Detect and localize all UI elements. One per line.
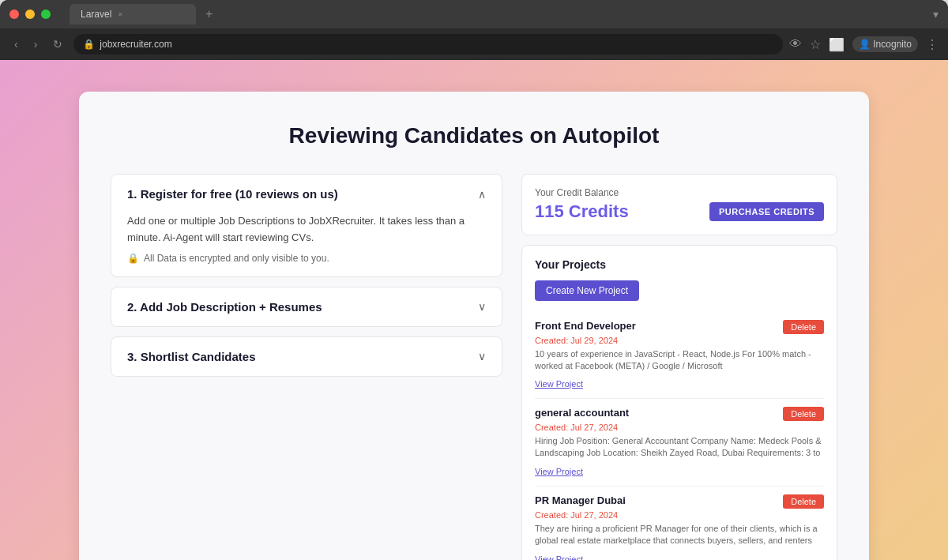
two-column-layout: 1. Register for free (10 reviews on us) … — [111, 174, 837, 560]
delete-project-button-3[interactable]: Delete — [783, 494, 824, 509]
create-project-button[interactable]: Create New Project — [535, 280, 639, 301]
lock-secure-icon: 🔒 — [83, 39, 95, 50]
incognito-label: 👤 Incognito — [852, 36, 918, 52]
project-item-2: general accountant Delete Created: Jul 2… — [535, 399, 824, 487]
delete-project-button-1[interactable]: Delete — [783, 320, 824, 334]
page-title: Reviewing Candidates on Autopilot — [111, 123, 837, 148]
window-collapse-icon[interactable]: ▾ — [933, 8, 939, 21]
accordion-header-1[interactable]: 1. Register for free (10 reviews on us) … — [111, 175, 502, 213]
project-desc-1: 10 years of experience in JavaScript - R… — [535, 348, 824, 373]
chevron-down-icon-2: ∨ — [478, 300, 486, 313]
browser-titlebar: Laravel × + ▾ — [0, 0, 948, 28]
bookmark-icon[interactable]: ☆ — [810, 37, 821, 52]
more-options-icon[interactable]: ⋮ — [926, 37, 939, 52]
close-button[interactable] — [9, 9, 19, 19]
credit-amount: 115 Credits — [535, 201, 629, 222]
reload-button[interactable]: ↻ — [48, 35, 67, 54]
browser-actions: 👁 ☆ ⬜ 👤 Incognito ⋮ — [789, 36, 939, 52]
purchase-credits-button[interactable]: PURCHASE CREDITS — [709, 202, 824, 221]
project-item-header-3: PR Manager Dubai Delete — [535, 494, 824, 509]
accordion-item-3: 3. Shortlist Candidates ∨ — [111, 336, 502, 377]
browser-tab[interactable]: Laravel × — [70, 4, 196, 24]
accordion-body-text-1: Add one or multiple Job Descriptions to … — [127, 213, 486, 246]
project-desc-2: Hiring Job Position: General Accountant … — [535, 435, 824, 460]
project-item-1: Front End Developer Delete Created: Jul … — [535, 312, 824, 399]
lock-info-1: 🔒 All Data is encrypted and only visible… — [127, 253, 486, 264]
accordion-header-2[interactable]: 2. Add Job Description + Resumes ∨ — [111, 288, 502, 326]
project-item-header-2: general accountant Delete — [535, 407, 824, 421]
delete-project-button-2[interactable]: Delete — [783, 407, 824, 421]
project-name-1: Front End Developer — [535, 320, 636, 332]
tab-title: Laravel — [81, 9, 111, 20]
accordion-item-1: 1. Register for free (10 reviews on us) … — [111, 174, 502, 277]
tab-close-icon[interactable]: × — [118, 10, 122, 19]
accordion-title-3: 3. Shortlist Candidates — [127, 350, 256, 363]
chevron-up-icon-1: ∧ — [478, 188, 486, 201]
page-background: Reviewing Candidates on Autopilot 1. Reg… — [0, 60, 948, 560]
view-project-link-1[interactable]: View Project — [535, 379, 583, 389]
browser-window: Laravel × + ▾ ‹ › ↻ 🔒 jobxrecruiter.com … — [0, 0, 948, 560]
new-tab-button[interactable]: + — [205, 7, 213, 21]
view-project-link-2[interactable]: View Project — [535, 467, 583, 476]
back-button[interactable]: ‹ — [9, 35, 23, 54]
right-panel: Your Credit Balance 115 Credits PURCHASE… — [521, 174, 837, 560]
url-text: jobxrecruiter.com — [100, 39, 171, 50]
accordion-section: 1. Register for free (10 reviews on us) … — [111, 174, 502, 386]
project-name-2: general accountant — [535, 407, 629, 419]
minimize-button[interactable] — [25, 9, 35, 19]
project-date-3: Created: Jul 27, 2024 — [535, 510, 824, 520]
eye-slash-icon: 👁 — [789, 37, 802, 51]
accordion-title-2: 2. Add Job Description + Resumes — [127, 300, 322, 314]
accordion-body-1: Add one or multiple Job Descriptions to … — [111, 213, 502, 276]
project-desc-3: They are hiring a proficient PR Manager … — [535, 523, 824, 548]
browser-toolbar: ‹ › ↻ 🔒 jobxrecruiter.com 👁 ☆ ⬜ 👤 Incogn… — [0, 28, 948, 60]
credit-balance-card: Your Credit Balance 115 Credits PURCHASE… — [521, 174, 837, 235]
credit-label: Your Credit Balance — [535, 187, 824, 198]
projects-title: Your Projects — [535, 258, 824, 271]
accordion-item-2: 2. Add Job Description + Resumes ∨ — [111, 287, 502, 327]
accordion-header-3[interactable]: 3. Shortlist Candidates ∨ — [111, 337, 502, 376]
project-date-2: Created: Jul 27, 2024 — [535, 423, 824, 432]
project-item-3: PR Manager Dubai Delete Created: Jul 27,… — [535, 487, 824, 560]
accordion-title-1: 1. Register for free (10 reviews on us) — [127, 187, 338, 201]
credit-row: 115 Credits PURCHASE CREDITS — [535, 201, 824, 222]
project-item-header-1: Front End Developer Delete — [535, 320, 824, 334]
page-container: Reviewing Candidates on Autopilot 1. Reg… — [79, 92, 869, 560]
forward-button[interactable]: › — [29, 35, 43, 54]
maximize-button[interactable] — [41, 9, 51, 19]
lock-icon-1: 🔒 — [127, 253, 139, 264]
chevron-down-icon-3: ∨ — [478, 350, 486, 363]
project-name-3: PR Manager Dubai — [535, 494, 626, 506]
extension-icon[interactable]: ⬜ — [829, 37, 845, 52]
projects-panel: Your Projects Create New Project Front E… — [521, 245, 837, 560]
address-bar[interactable]: 🔒 jobxrecruiter.com — [73, 34, 783, 54]
project-date-1: Created: Jul 29, 2024 — [535, 336, 824, 345]
lock-text-1: All Data is encrypted and only visible t… — [144, 253, 329, 264]
view-project-link-3[interactable]: View Project — [535, 554, 583, 560]
